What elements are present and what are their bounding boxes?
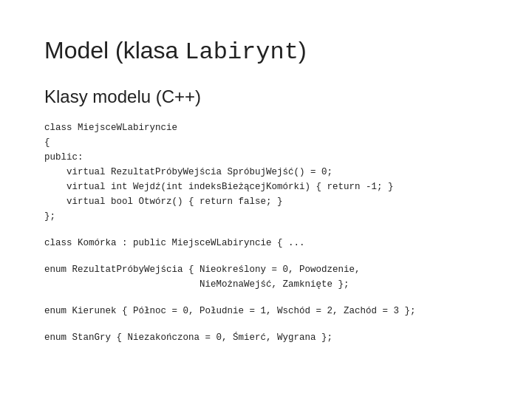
title-suffix: ): [299, 37, 307, 64]
code-text-class-komorka: class Komórka : public MiejsceWLabirynci…: [44, 236, 488, 250]
slide: Model (klasa Labirynt) Klasy modelu (C++…: [0, 0, 532, 399]
title-prefix: Model (klasa: [44, 37, 185, 64]
code-section-enum-stangry: enum StanGry { Niezakończona = 0, Śmierć…: [44, 330, 488, 345]
code-section-enum-rezultat: enum RezultatPróbyWejścia { Nieokreślony…: [44, 262, 488, 292]
title-code: Labirynt: [185, 38, 299, 66]
code-text-enum-stangry: enum StanGry { Niezakończona = 0, Śmierć…: [44, 330, 488, 345]
slide-subtitle: Klasy modelu (C++): [44, 86, 488, 107]
code-text-class-miejsce: class MiejsceWLabiryncie { public: virtu…: [44, 120, 488, 224]
code-section-enum-kierunek: enum Kierunek { Północ = 0, Południe = 1…: [44, 304, 488, 318]
slide-title: Model (klasa Labirynt): [44, 37, 488, 66]
code-section-class-komorka: class Komórka : public MiejsceWLabirynci…: [44, 236, 488, 250]
code-text-enum-rezultat: enum RezultatPróbyWejścia { Nieokreślony…: [44, 262, 488, 292]
code-text-enum-kierunek: enum Kierunek { Północ = 0, Południe = 1…: [44, 304, 488, 318]
code-section-class-miejsce: class MiejsceWLabiryncie { public: virtu…: [44, 120, 488, 224]
